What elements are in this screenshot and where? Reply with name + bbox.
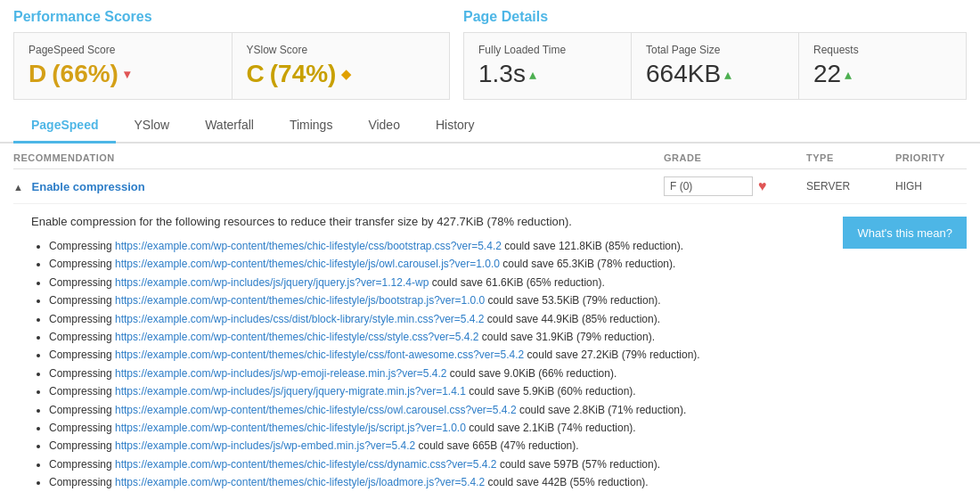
pagespeed-score-value: D (66%) ▾ [29, 60, 217, 88]
tab-history[interactable]: History [418, 109, 493, 144]
yslow-score-label: YSlow Score [247, 44, 436, 56]
grade-container: ♥ [664, 176, 806, 196]
resource-link[interactable]: https://example.com/wp-includes/js/jquer… [115, 276, 429, 289]
rec-type: SERVER [806, 180, 895, 193]
col-header-type: TYPE [806, 152, 895, 163]
list-item: Compressing https://example.com/wp-conte… [49, 328, 825, 346]
pagespeed-score-letter: D [29, 60, 46, 88]
page-size-label: Total Page Size [646, 44, 784, 56]
resource-link[interactable]: https://example.com/wp-includes/js/jquer… [115, 385, 466, 398]
fully-loaded-label: Fully Loaded Time [478, 44, 617, 56]
list-item: Compressing https://example.com/wp-inclu… [49, 382, 825, 400]
expand-icon[interactable]: ▲ [13, 182, 23, 193]
resource-link[interactable]: https://example.com/wp-content/themes/ch… [115, 404, 517, 416]
tabs-nav: PageSpeed YSlow Waterfall Timings Video … [0, 109, 980, 144]
pagespeed-score-box: PageSpeed Score D (66%) ▾ [14, 33, 233, 99]
whats-this-button[interactable]: What's this mean? [843, 217, 967, 249]
fully-loaded-box: Fully Loaded Time 1.3s ▴ [464, 33, 632, 99]
list-item: Compressing https://example.com/wp-conte… [49, 237, 825, 255]
pagespeed-trend-icon: ▾ [124, 67, 130, 81]
requests-box: Requests 22 ▴ [799, 33, 966, 99]
page-size-value: 664KB ▴ [646, 60, 784, 88]
content-section: RECOMMENDATION GRADE TYPE PRIORITY ▲ Ena… [0, 144, 980, 492]
grade-input[interactable] [664, 176, 753, 196]
list-item: Compressing https://example.com/wp-inclu… [49, 437, 825, 455]
detail-text: Enable compression for the following res… [31, 215, 825, 491]
recommendation-row: ▲ Enable compression ♥ SERVER HIGH [13, 169, 967, 204]
resource-link[interactable]: https://example.com/wp-content/themes/ch… [115, 348, 524, 361]
list-item: Compressing https://example.com/wp-conte… [49, 291, 825, 309]
list-item: Compressing https://example.com/wp-inclu… [49, 365, 825, 382]
rec-priority: HIGH [895, 180, 967, 193]
performance-scores-title: Performance Scores [13, 9, 450, 25]
page-details-title: Page Details [463, 9, 967, 25]
resource-link[interactable]: https://example.com/wp-content/themes/ch… [115, 294, 485, 307]
list-item: Compressing https://example.com/wp-conte… [49, 419, 825, 437]
resource-link[interactable]: https://example.com/wp-content/themes/ch… [115, 331, 479, 343]
detail-list: Compressing https://example.com/wp-conte… [31, 237, 825, 491]
detail-summary: Enable compression for the following res… [31, 215, 825, 228]
resource-link[interactable]: https://example.com/wp-includes/js/wp-em… [115, 439, 415, 452]
resource-link[interactable]: https://example.com/wp-includes/css/dist… [115, 313, 485, 325]
page-size-box: Total Page Size 664KB ▴ [632, 33, 799, 99]
pagespeed-score-label: PageSpeed Score [29, 44, 217, 56]
yslow-score-percent: (74%) [270, 60, 337, 88]
col-header-recommendation: RECOMMENDATION [13, 152, 664, 163]
resource-link[interactable]: https://example.com/wp-content/themes/ch… [115, 422, 466, 434]
tab-timings[interactable]: Timings [272, 109, 351, 144]
col-header-grade: GRADE [664, 152, 806, 163]
recommendation-title[interactable]: ▲ Enable compression [13, 180, 664, 193]
requests-trend-icon: ▴ [845, 66, 852, 83]
grade-arrow-icon: ♥ [758, 178, 767, 194]
tab-waterfall[interactable]: Waterfall [187, 109, 272, 144]
resource-link[interactable]: https://example.com/wp-content/themes/ch… [115, 476, 485, 488]
pagespeed-score-percent: (66%) [52, 60, 118, 88]
details-container: Fully Loaded Time 1.3s ▴ Total Page Size… [463, 32, 967, 100]
list-item: Compressing https://example.com/wp-conte… [49, 255, 825, 273]
detail-content: Enable compression for the following res… [13, 204, 967, 492]
resource-link[interactable]: https://example.com/wp-content/themes/ch… [115, 458, 497, 471]
table-header: RECOMMENDATION GRADE TYPE PRIORITY [13, 144, 967, 169]
list-item: Compressing https://example.com/wp-inclu… [49, 274, 825, 291]
tab-pagespeed[interactable]: PageSpeed [13, 109, 116, 144]
requests-value: 22 ▴ [813, 60, 951, 88]
list-item: Compressing https://example.com/wp-conte… [49, 401, 825, 419]
resource-link[interactable]: https://example.com/wp-content/themes/ch… [115, 240, 502, 252]
scores-container: PageSpeed Score D (66%) ▾ YSlow Score C … [13, 32, 450, 100]
yslow-trend-icon: ◆ [341, 67, 351, 81]
page-details-section: Page Details Fully Loaded Time 1.3s ▴ To… [463, 9, 967, 100]
fully-loaded-value: 1.3s ▴ [478, 60, 617, 88]
tab-video[interactable]: Video [350, 109, 418, 144]
yslow-score-box: YSlow Score C (74%) ◆ [233, 33, 450, 99]
list-item: Compressing https://example.com/wp-inclu… [49, 310, 825, 328]
performance-scores-section: Performance Scores PageSpeed Score D (66… [13, 9, 450, 100]
tab-yslow[interactable]: YSlow [116, 109, 187, 144]
yslow-score-value: C (74%) ◆ [247, 60, 436, 88]
resource-link[interactable]: https://example.com/wp-content/themes/ch… [115, 258, 500, 270]
col-header-priority: PRIORITY [895, 152, 967, 163]
list-item: Compressing https://example.com/wp-conte… [49, 473, 825, 491]
requests-label: Requests [813, 44, 951, 56]
list-item: Compressing https://example.com/wp-conte… [49, 455, 825, 473]
yslow-score-letter: C [247, 60, 265, 88]
fully-loaded-trend-icon: ▴ [529, 66, 536, 83]
list-item: Compressing https://example.com/wp-conte… [49, 346, 825, 364]
page-size-trend-icon: ▴ [724, 66, 731, 83]
resource-link[interactable]: https://example.com/wp-includes/js/wp-em… [115, 367, 447, 380]
